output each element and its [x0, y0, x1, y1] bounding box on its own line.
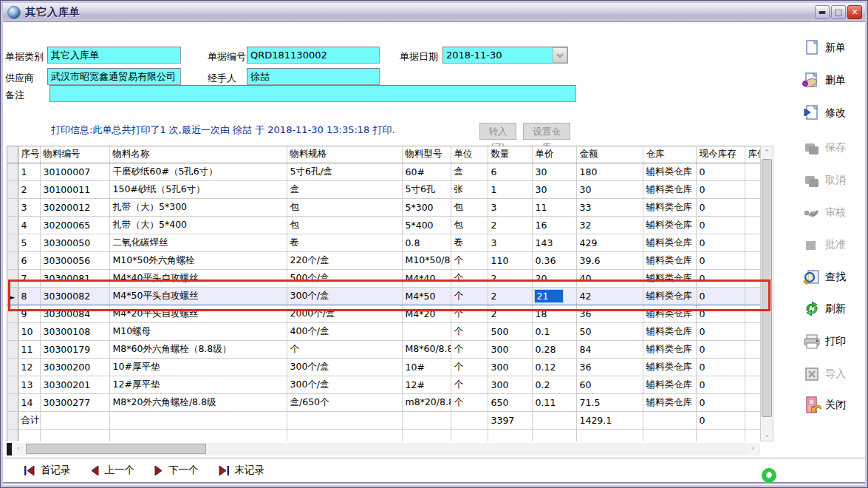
cell[interactable]: 12: [18, 358, 40, 376]
cell[interactable]: 卷: [451, 234, 488, 251]
cell[interactable]: 30: [532, 163, 576, 180]
cell[interactable]: 20: [532, 269, 576, 287]
cell[interactable]: 143: [532, 234, 576, 251]
cell[interactable]: [745, 305, 760, 322]
cell[interactable]: 0: [696, 180, 745, 198]
cell[interactable]: 110: [488, 251, 532, 269]
cell[interactable]: 2: [18, 180, 40, 198]
cell[interactable]: 0: [696, 198, 745, 216]
cell[interactable]: 0: [696, 163, 745, 180]
refresh-button[interactable]: 刷新: [802, 298, 867, 320]
row-selector[interactable]: [7, 234, 18, 251]
cell[interactable]: 300: [488, 340, 532, 358]
cell[interactable]: 个: [451, 251, 488, 269]
cell[interactable]: 个: [451, 358, 488, 376]
cell[interactable]: 辅料类仓库: [643, 287, 696, 305]
cell[interactable]: M4*50平头自攻螺丝: [109, 287, 287, 305]
cell[interactable]: 16: [532, 216, 576, 234]
row-selector[interactable]: [7, 340, 18, 358]
cell[interactable]: 39.6: [576, 251, 643, 269]
find-button[interactable]: 查找: [802, 266, 867, 288]
cell[interactable]: 10#厚平垫: [109, 358, 287, 376]
cell[interactable]: 辅料类仓库: [643, 376, 696, 393]
cell[interactable]: M8*60外六角螺栓（8.8级）: [109, 340, 287, 358]
cell[interactable]: 卷: [287, 234, 402, 251]
cell[interactable]: 0: [696, 216, 745, 234]
cell[interactable]: M8*20外六角螺栓/8.8级: [109, 393, 287, 411]
cell[interactable]: 0: [696, 305, 745, 322]
cell[interactable]: 18: [532, 305, 576, 322]
close-doc-button[interactable]: 关闭: [802, 394, 867, 416]
cell[interactable]: 30300084: [40, 305, 109, 322]
cell[interactable]: 辅料类仓库: [643, 198, 696, 216]
cell[interactable]: 0: [696, 269, 745, 287]
cell[interactable]: 30200065: [40, 216, 109, 234]
cell[interactable]: 30: [576, 180, 643, 198]
new-doc-button[interactable]: 新单: [802, 37, 867, 59]
cell[interactable]: 12#: [402, 376, 451, 393]
cell[interactable]: M10*50外六角螺栓: [109, 251, 287, 269]
minimize-button[interactable]: ▬: [815, 5, 830, 19]
selected-cell-editor[interactable]: 21: [534, 289, 564, 303]
cell[interactable]: 个: [451, 305, 488, 322]
cell[interactable]: 500: [488, 322, 532, 340]
cell[interactable]: 30300179: [40, 340, 109, 358]
handler-field[interactable]: [247, 68, 380, 85]
cell[interactable]: 0: [696, 322, 745, 340]
cell[interactable]: 50: [576, 322, 643, 340]
cell[interactable]: 辅料类仓库: [643, 269, 696, 287]
cell[interactable]: 0.28: [532, 340, 576, 358]
cell[interactable]: 0: [696, 251, 745, 269]
cell[interactable]: [745, 251, 760, 269]
cell[interactable]: 张: [451, 180, 488, 198]
cell[interactable]: [745, 393, 760, 411]
cell[interactable]: 2: [488, 305, 532, 322]
cell[interactable]: 6: [18, 251, 40, 269]
cell[interactable]: M10螺母: [109, 322, 287, 340]
cell[interactable]: 10#: [402, 358, 451, 376]
cell[interactable]: 个: [451, 340, 488, 358]
cell[interactable]: 30300201: [40, 376, 109, 393]
scroll-right-button[interactable]: ›: [747, 443, 759, 455]
cell[interactable]: 36: [576, 305, 643, 322]
cell[interactable]: 300个/盒: [287, 287, 402, 305]
cell[interactable]: 5寸6孔: [402, 180, 451, 198]
cell[interactable]: 辅料类仓库: [643, 251, 696, 269]
cell[interactable]: [745, 269, 760, 287]
cell[interactable]: 40: [576, 269, 643, 287]
cell[interactable]: [745, 234, 760, 251]
cell[interactable]: 干磨砂纸60#（5孔6寸）: [109, 163, 287, 180]
cell[interactable]: [402, 322, 451, 340]
doc-no-field[interactable]: [247, 47, 380, 64]
cell[interactable]: 辅料类仓库: [643, 180, 696, 198]
row-selector[interactable]: [7, 376, 18, 393]
cell[interactable]: 辅料类仓库: [643, 305, 696, 322]
row-selector[interactable]: [7, 216, 18, 234]
cell[interactable]: 包: [451, 198, 488, 216]
cell[interactable]: 0: [696, 234, 745, 251]
cell[interactable]: [745, 287, 760, 305]
cell[interactable]: [745, 358, 760, 376]
cell[interactable]: 0: [696, 340, 745, 358]
cell[interactable]: 30300056: [40, 251, 109, 269]
scroll-left-button[interactable]: ‹: [13, 443, 24, 455]
cell[interactable]: 30100011: [40, 180, 109, 198]
cell[interactable]: 个: [451, 376, 488, 393]
cell[interactable]: 0: [696, 376, 745, 393]
cell[interactable]: 3: [488, 198, 532, 216]
nav-first-record[interactable]: 首记录: [24, 464, 71, 477]
cell[interactable]: M4*20: [402, 305, 451, 322]
cell[interactable]: 扎带（大）5*400: [109, 216, 287, 234]
cell[interactable]: 盒: [287, 180, 402, 198]
splitter-handle[interactable]: [7, 443, 12, 455]
cell[interactable]: 个: [451, 287, 488, 305]
cell[interactable]: 300个/盒: [287, 376, 402, 393]
cell[interactable]: 盒/650个: [287, 393, 402, 411]
cell[interactable]: 0: [696, 393, 745, 411]
scroll-down-button[interactable]: ⌄: [761, 429, 773, 441]
cell[interactable]: [745, 163, 760, 180]
cell[interactable]: 2: [488, 269, 532, 287]
cell[interactable]: 包: [287, 216, 402, 234]
cell[interactable]: 辅料类仓库: [643, 358, 696, 376]
row-selector[interactable]: [7, 180, 18, 198]
